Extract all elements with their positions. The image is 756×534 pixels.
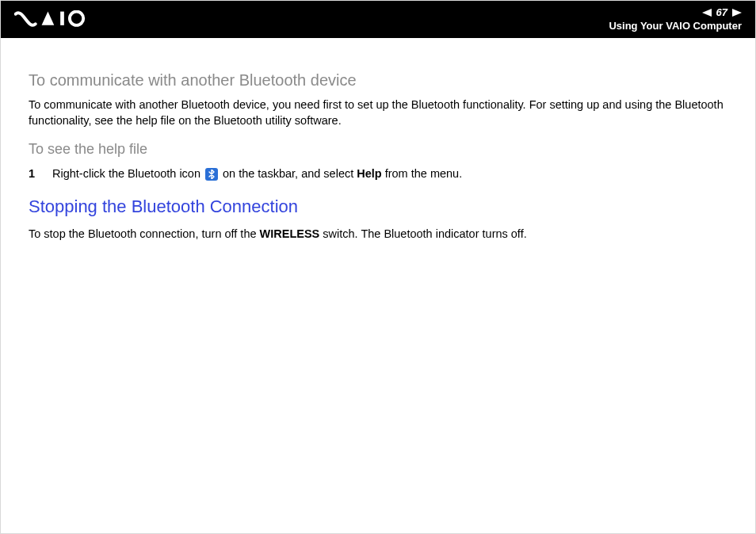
step-1: 1 Right-click the Bluetooth icon on the …	[29, 166, 727, 182]
step-text-pre: Right-click the Bluetooth icon	[52, 166, 200, 182]
header-right: 67 Using Your VAIO Computer	[609, 6, 742, 32]
paragraph-stopping: To stop the Bluetooth connection, turn o…	[29, 227, 727, 242]
page-body: To communicate with another Bluetooth de…	[0, 38, 756, 242]
bluetooth-icon	[205, 168, 218, 181]
svg-point-1	[70, 12, 83, 25]
page-navigator: 67	[702, 6, 742, 18]
p2-bold: WIRELESS	[260, 227, 320, 240]
step-number: 1	[29, 166, 40, 182]
vaio-logo	[14, 0, 114, 38]
heading-communicate: To communicate with another Bluetooth de…	[29, 70, 727, 91]
p2-post: switch. The Bluetooth indicator turns of…	[319, 227, 526, 240]
step-text-post: from the menu.	[385, 166, 463, 182]
step-text: Right-click the Bluetooth icon on the ta…	[52, 166, 462, 182]
p2-pre: To stop the Bluetooth connection, turn o…	[29, 227, 260, 240]
svg-marker-3	[732, 9, 742, 17]
header-bar: 67 Using Your VAIO Computer	[0, 0, 756, 38]
section-title: Using Your VAIO Computer	[609, 20, 742, 32]
page-number: 67	[716, 6, 727, 18]
heading-stopping: Stopping the Bluetooth Connection	[29, 195, 727, 219]
svg-rect-0	[60, 12, 64, 25]
step-text-mid: on the taskbar, and select	[223, 166, 353, 182]
svg-marker-2	[702, 9, 712, 17]
prev-page-arrow-icon[interactable]	[702, 9, 712, 17]
paragraph-communicate: To communicate with another Bluetooth de…	[29, 97, 727, 128]
heading-help-file: To see the help file	[29, 139, 727, 158]
document-page: 67 Using Your VAIO Computer To communica…	[0, 0, 756, 534]
next-page-arrow-icon[interactable]	[732, 9, 742, 17]
step-text-bold: Help	[357, 166, 381, 182]
